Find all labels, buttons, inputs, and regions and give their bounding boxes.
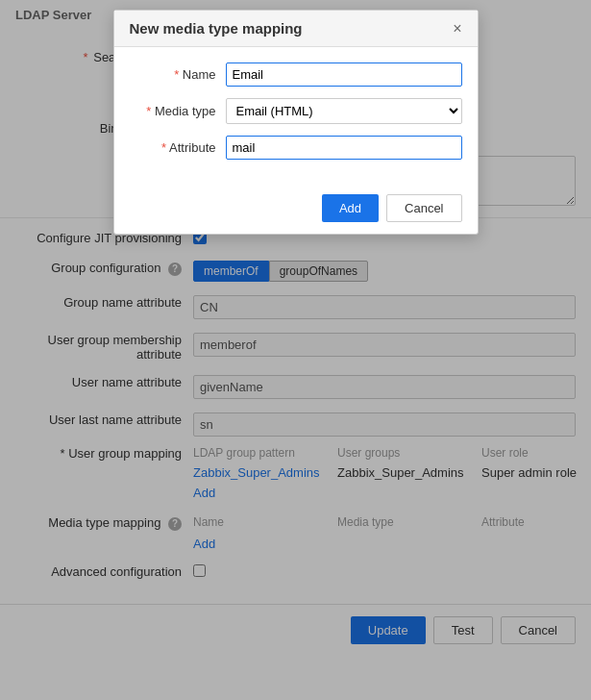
modal-media-type-label: * Media type	[130, 104, 226, 118]
modal-attribute-row: * Attribute	[130, 136, 462, 160]
modal-media-type-row: * Media type Email (HTML) SMS Script	[130, 98, 462, 124]
modal-attribute-label: * Attribute	[130, 140, 226, 155]
modal-title: New media type mapping	[130, 20, 303, 37]
modal-overlay: New media type mapping × * Name * Media …	[0, 0, 591, 700]
modal-body: * Name * Media type Email (HTML) SMS Scr…	[114, 47, 478, 187]
modal-name-label: * Name	[130, 67, 226, 82]
modal-attribute-input[interactable]	[226, 136, 462, 160]
modal-add-button[interactable]: Add	[322, 194, 379, 222]
modal-media-type-select[interactable]: Email (HTML) SMS Script	[226, 98, 462, 124]
modal-header: New media type mapping ×	[114, 11, 478, 47]
modal-cancel-button[interactable]: Cancel	[386, 194, 461, 222]
modal-name-row: * Name	[130, 62, 462, 87]
modal-dialog: New media type mapping × * Name * Media …	[113, 10, 479, 235]
modal-close-button[interactable]: ×	[453, 21, 461, 37]
modal-name-input[interactable]	[226, 62, 462, 87]
modal-footer: Add Cancel	[114, 187, 478, 234]
